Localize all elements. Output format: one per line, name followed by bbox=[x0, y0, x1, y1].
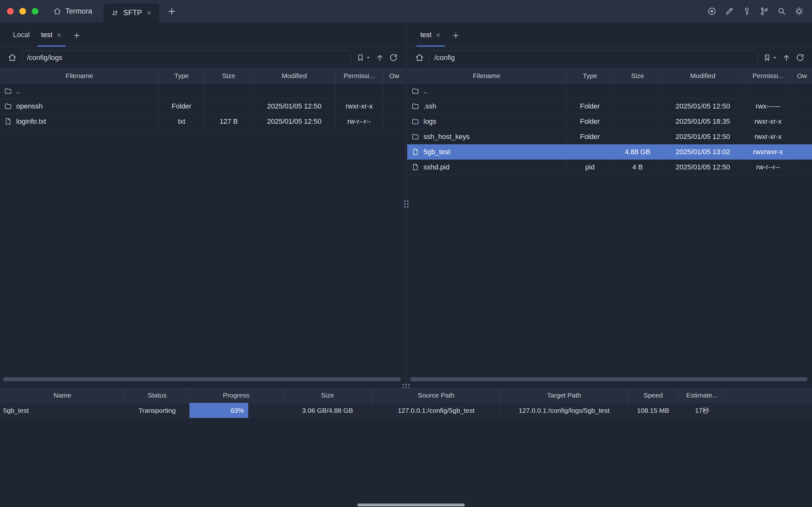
table-row[interactable]: .. bbox=[407, 83, 812, 99]
column-header-size[interactable]: Size bbox=[283, 388, 372, 403]
table-row[interactable]: loginfo.txt txt 127 B 2025/01/05 12:50 r… bbox=[0, 114, 405, 129]
column-header-filler bbox=[726, 388, 812, 403]
key-icon[interactable] bbox=[742, 7, 751, 16]
column-header-target-path[interactable]: Target Path bbox=[500, 388, 628, 403]
file-size: 4.88 GB bbox=[614, 145, 661, 159]
column-header-permissions[interactable]: Permissi... bbox=[744, 68, 792, 83]
table-row[interactable]: sshd.pid pid 4 B 2025/01/05 12:50 rw-r--… bbox=[407, 160, 812, 175]
table-row-selected[interactable]: 5gb_test 4.88 GB 2025/01/05 13:02 rwxrwx… bbox=[407, 145, 812, 160]
search-icon[interactable] bbox=[777, 7, 786, 16]
table-row[interactable]: .ssh Folder 2025/01/05 12:50 rwx------ bbox=[407, 99, 812, 114]
column-header-progress[interactable]: Progress bbox=[190, 388, 283, 403]
filename: .. bbox=[16, 87, 20, 95]
settings-gear-icon[interactable] bbox=[795, 7, 804, 16]
minimize-window-button[interactable] bbox=[19, 8, 26, 15]
add-tab-button[interactable] bbox=[452, 32, 460, 40]
column-header-estimate[interactable]: Estimate... bbox=[679, 388, 726, 403]
path-input[interactable] bbox=[429, 50, 758, 65]
right-file-list: .. .ssh Folder 2025/01/05 12:50 rwx-----… bbox=[407, 83, 812, 385]
table-row[interactable]: logs Folder 2025/01/05 18:35 rwxr-xr-x bbox=[407, 114, 812, 129]
column-header-speed[interactable]: Speed bbox=[628, 388, 679, 403]
new-window-tab-button[interactable] bbox=[167, 7, 176, 16]
file-modified: 2025/01/05 13:02 bbox=[661, 145, 744, 159]
column-header-name[interactable]: Name bbox=[0, 388, 125, 403]
close-icon[interactable] bbox=[146, 10, 152, 16]
filename: loginfo.txt bbox=[16, 117, 46, 126]
file-owner bbox=[383, 83, 405, 98]
transfer-row-filler bbox=[726, 403, 812, 418]
add-tab-button[interactable] bbox=[73, 32, 81, 40]
bookmark-icon[interactable] bbox=[763, 53, 771, 62]
file-type bbox=[159, 83, 205, 98]
column-header-status[interactable]: Status bbox=[125, 388, 190, 403]
file-permissions bbox=[744, 83, 792, 98]
transfer-size: 3.06 GB/4.88 GB bbox=[283, 403, 372, 418]
git-branch-icon[interactable] bbox=[760, 7, 769, 16]
transfer-list: Name Status Progress Size Source Path Ta… bbox=[0, 388, 812, 418]
column-header-modified[interactable]: Modified bbox=[661, 68, 744, 83]
zoom-window-button[interactable] bbox=[32, 8, 39, 15]
column-header-source-path[interactable]: Source Path bbox=[372, 388, 500, 403]
titlebar: Termora SFTP bbox=[0, 0, 812, 23]
column-header-permissions[interactable]: Permissi... bbox=[335, 68, 383, 83]
tab-label: Local bbox=[13, 31, 30, 39]
record-icon[interactable] bbox=[707, 7, 716, 16]
sftp-tab-label: SFTP bbox=[123, 9, 142, 17]
column-header-owner[interactable]: Ow bbox=[383, 68, 405, 83]
edit-icon[interactable] bbox=[725, 7, 734, 16]
tab-local[interactable]: Local bbox=[7, 23, 36, 47]
column-header-filename[interactable]: Filename bbox=[0, 68, 159, 83]
column-header-filename[interactable]: Filename bbox=[407, 68, 566, 83]
window-horizontal-scrollbar[interactable] bbox=[358, 504, 465, 506]
transfer-status: Transporting bbox=[125, 403, 190, 418]
column-header-owner[interactable]: Ow bbox=[792, 68, 812, 83]
file-permissions: rw-r--r-- bbox=[744, 160, 792, 174]
chevron-down-icon[interactable] bbox=[366, 56, 370, 60]
bookmark-icon[interactable] bbox=[356, 53, 365, 62]
close-window-button[interactable] bbox=[7, 8, 14, 15]
column-header-modified[interactable]: Modified bbox=[253, 68, 335, 83]
close-icon[interactable] bbox=[436, 33, 441, 38]
tab-test-left[interactable]: test bbox=[36, 23, 68, 47]
transfer-splitter[interactable] bbox=[0, 385, 812, 388]
column-header-type[interactable]: Type bbox=[566, 68, 614, 83]
file-size: 127 B bbox=[205, 114, 253, 129]
table-row[interactable]: ssh_host_keys Folder 2025/01/05 12:50 rw… bbox=[407, 129, 812, 145]
file-icon bbox=[412, 163, 419, 171]
column-header-size[interactable]: Size bbox=[614, 68, 661, 83]
right-pane-tabbar: test bbox=[407, 23, 812, 47]
folder-icon bbox=[4, 102, 12, 110]
file-type: Folder bbox=[566, 114, 614, 129]
tab-sftp[interactable]: SFTP bbox=[103, 3, 160, 22]
refresh-button[interactable] bbox=[796, 53, 804, 62]
close-icon[interactable] bbox=[56, 33, 62, 38]
transfer-row[interactable]: 5gb_test Transporting 63% 3.06 GB/4.88 G… bbox=[0, 403, 812, 418]
column-header-size[interactable]: Size bbox=[205, 68, 253, 83]
column-header-type[interactable]: Type bbox=[159, 68, 205, 83]
table-row[interactable]: .. bbox=[0, 83, 405, 99]
file-type: Folder bbox=[159, 99, 205, 114]
file-modified: 2025/01/05 12:50 bbox=[661, 99, 744, 114]
file-modified: 2025/01/05 18:35 bbox=[661, 114, 744, 129]
home-directory-button[interactable] bbox=[415, 53, 424, 62]
file-icon bbox=[412, 148, 419, 156]
transfer-table-header: Name Status Progress Size Source Path Ta… bbox=[0, 388, 812, 403]
file-owner bbox=[792, 99, 812, 114]
file-permissions: rwxr-xr-x bbox=[744, 114, 792, 129]
file-type: txt bbox=[159, 114, 205, 129]
parent-directory-button[interactable] bbox=[782, 53, 791, 62]
window-controls bbox=[0, 8, 39, 15]
transfer-speed: 108.15 MB bbox=[628, 403, 679, 418]
chevron-down-icon[interactable] bbox=[773, 56, 777, 60]
refresh-button[interactable] bbox=[389, 53, 398, 62]
horizontal-scrollbar[interactable] bbox=[3, 377, 401, 381]
home-directory-button[interactable] bbox=[8, 53, 17, 62]
table-row[interactable]: openssh Folder 2025/01/05 12:50 rwxr-xr-… bbox=[0, 99, 405, 114]
titlebar-actions bbox=[707, 7, 812, 16]
path-input[interactable] bbox=[22, 50, 351, 65]
tab-termora[interactable]: Termora bbox=[53, 7, 92, 15]
parent-directory-button[interactable] bbox=[376, 53, 384, 62]
file-owner bbox=[792, 145, 812, 159]
tab-test-right[interactable]: test bbox=[415, 23, 447, 47]
horizontal-scrollbar[interactable] bbox=[410, 377, 808, 381]
